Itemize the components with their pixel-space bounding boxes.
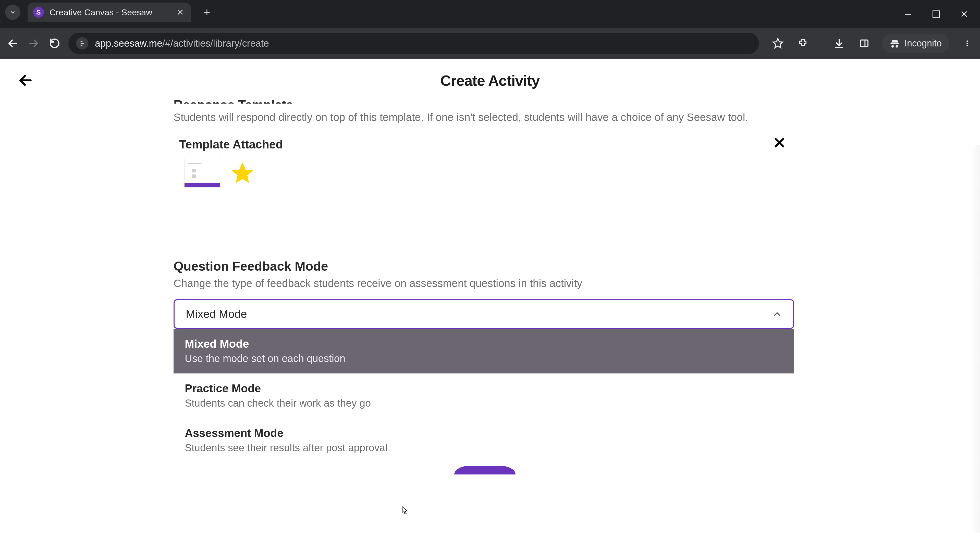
window-controls (903, 9, 975, 19)
option-title: Assessment Mode (185, 427, 783, 440)
primary-action-button-partial[interactable] (454, 466, 515, 475)
app-back-button[interactable] (18, 73, 33, 88)
svg-marker-8 (773, 38, 783, 48)
nav-forward-button[interactable] (27, 36, 41, 51)
feedback-mode-option-mixed[interactable]: Mixed Mode Use the mode set on each ques… (173, 329, 794, 373)
template-attached-card: Template Attached (173, 135, 796, 203)
browser-toolbar: app.seesaw.me/#/activities/library/creat… (0, 28, 980, 59)
browser-titlebar: S Creative Canvas - Seesaw ✕ + (0, 0, 980, 28)
nav-back-button[interactable] (6, 36, 20, 51)
bookmark-star-icon[interactable] (771, 36, 785, 51)
incognito-badge[interactable]: Incognito (882, 34, 950, 53)
template-thumbnail-2[interactable] (230, 161, 255, 186)
scrollbar-track[interactable] (970, 145, 980, 533)
app-header: Create Activity (0, 59, 980, 102)
toolbar-separator (821, 36, 821, 51)
tab-close-icon[interactable]: ✕ (177, 7, 184, 17)
svg-point-14 (966, 43, 968, 44)
option-title: Mixed Mode (185, 338, 783, 350)
question-feedback-description: Change the type of feedback students rec… (173, 277, 796, 289)
site-info-icon[interactable] (76, 37, 88, 49)
feedback-mode-option-practice[interactable]: Practice Mode Students can check their w… (173, 373, 794, 418)
template-attached-label: Template Attached (179, 138, 791, 151)
window-minimize-icon[interactable] (903, 9, 913, 19)
mouse-cursor (399, 505, 410, 518)
template-thumbnail-1[interactable] (184, 159, 220, 187)
feedback-mode-dropdown: Mixed Mode Use the mode set on each ques… (173, 329, 794, 463)
url-text: app.seesaw.me/#/activities/library/creat… (95, 38, 269, 49)
question-feedback-heading: Question Feedback Mode (173, 259, 796, 274)
window-close-icon[interactable] (959, 9, 969, 19)
feedback-mode-select[interactable]: Mixed Mode (173, 299, 794, 329)
tab-search-button[interactable] (5, 5, 21, 20)
browser-tab-active[interactable]: S Creative Canvas - Seesaw ✕ (27, 3, 191, 22)
svg-point-13 (966, 40, 968, 42)
option-desc: Students see their results after post ap… (185, 442, 783, 454)
app-viewport: Create Activity Response Template Studen… (0, 59, 980, 551)
feedback-mode-selected-value: Mixed Mode (186, 308, 247, 321)
extensions-icon[interactable] (796, 36, 810, 51)
option-desc: Students can check their work as they go (185, 397, 783, 409)
option-title: Practice Mode (185, 382, 783, 395)
option-desc: Use the mode set on each question (185, 353, 783, 364)
side-panel-icon[interactable] (857, 36, 871, 51)
svg-rect-11 (860, 40, 868, 47)
feedback-mode-option-assessment[interactable]: Assessment Mode Students see their resul… (173, 418, 794, 463)
chevron-up-icon (772, 309, 782, 319)
svg-point-15 (966, 45, 968, 46)
new-tab-button[interactable]: + (194, 6, 220, 19)
incognito-label: Incognito (904, 38, 942, 49)
svg-marker-19 (233, 164, 252, 182)
page-title: Create Activity (440, 72, 539, 89)
window-maximize-icon[interactable] (931, 9, 941, 19)
response-template-description: Students will respond directly on top of… (173, 109, 786, 125)
seesaw-favicon: S (33, 7, 44, 17)
nav-reload-button[interactable] (48, 36, 62, 51)
remove-template-button[interactable] (773, 136, 786, 149)
kebab-menu-icon[interactable] (960, 36, 974, 51)
address-bar[interactable]: app.seesaw.me/#/activities/library/creat… (68, 33, 759, 54)
response-template-heading: Response Template (173, 97, 796, 103)
tab-title: Creative Canvas - Seesaw (49, 7, 152, 17)
downloads-icon[interactable] (832, 36, 846, 51)
